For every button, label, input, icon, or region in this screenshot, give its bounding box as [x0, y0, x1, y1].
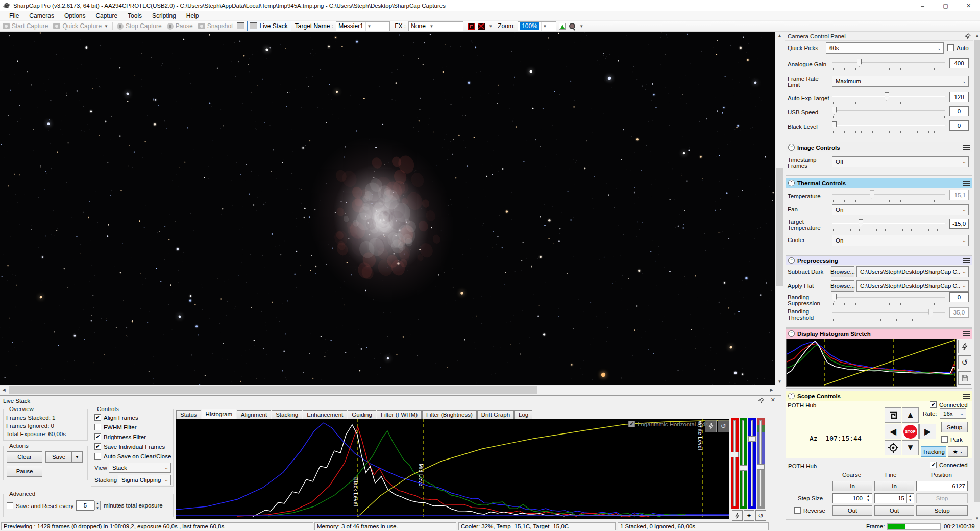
folder-monitor-button[interactable] — [235, 21, 247, 31]
auto-checkbox-row[interactable]: Auto — [947, 44, 969, 51]
slew-up-button[interactable]: ▲ — [902, 407, 919, 423]
save-individual-row[interactable]: Save Individual Frames — [94, 443, 165, 450]
scope-connected-row[interactable]: Connected — [930, 401, 968, 408]
tab-alignment[interactable]: Alignment — [237, 410, 271, 419]
main-image-viewport[interactable] — [0, 32, 775, 385]
analogue-gain-value[interactable]: 400 — [949, 58, 969, 68]
scroll-down-icon[interactable]: ▼ — [775, 378, 784, 385]
pin-icon[interactable] — [758, 398, 764, 403]
green-level-slider[interactable] — [740, 418, 747, 509]
dark-path-combo[interactable]: C:\Users\Steph\Desktop\SharpCap C...⌄ — [856, 266, 969, 277]
tracking-rate-star-button[interactable]: ★⌄ — [948, 446, 968, 457]
fwhm-filter-checkbox[interactable] — [94, 424, 101, 430]
histogram-icon[interactable] — [559, 23, 566, 30]
maximize-button[interactable]: ▢ — [934, 0, 957, 11]
spiral-search-button[interactable] — [885, 407, 901, 423]
stacking-combo[interactable]: Sigma Clipping⌄ — [118, 475, 171, 485]
frame-rate-combo[interactable]: Maximum⌄ — [832, 76, 969, 87]
green-level-thumb[interactable] — [740, 465, 747, 471]
target-center-button[interactable] — [885, 440, 901, 455]
tab-log[interactable]: Log — [514, 410, 532, 419]
auto-exp-value[interactable]: 120 — [949, 92, 969, 102]
tab-enhancement[interactable]: Enhancement — [303, 410, 347, 419]
log-axis-row[interactable]: Logarithmic Horizontal Axis — [628, 421, 708, 427]
black-level-value[interactable]: 0 — [949, 120, 969, 131]
stack-histogram[interactable]: Black Level Mid Level White Level Logari… — [176, 419, 729, 519]
preprocessing-header[interactable]: ⌃ Preprocessing — [786, 256, 972, 266]
red-level-thumb[interactable] — [731, 452, 739, 457]
image-vertical-scrollbar[interactable]: ▲ ▼ — [775, 32, 784, 385]
clear-overlay-icon[interactable] — [478, 23, 485, 30]
pin-icon[interactable] — [965, 33, 971, 39]
browse-flat-button[interactable]: Browse... — [831, 280, 854, 292]
section-menu-icon[interactable] — [963, 181, 970, 186]
coarse-step-updown[interactable]: ▲▼ — [865, 494, 871, 503]
slider-thumb[interactable] — [832, 294, 837, 302]
clear-button[interactable]: Clear — [7, 451, 42, 463]
pause-button[interactable]: Pause — [164, 21, 195, 31]
focuser-stop-button[interactable]: Stop — [916, 493, 968, 503]
slew-right-button[interactable]: ▶ — [919, 424, 936, 439]
slew-stop-button[interactable]: STOP — [902, 424, 919, 439]
histogram-auto-stretch-button[interactable] — [705, 420, 717, 432]
focuser-connected-checkbox[interactable] — [930, 462, 937, 468]
histogram-reset-button[interactable]: ↺ — [718, 420, 729, 432]
flat-path-combo[interactable]: C:\Users\Steph\Desktop\SharpCap C...⌄ — [856, 280, 969, 292]
image-horizontal-scrollbar[interactable]: ◀ ▶ — [0, 385, 785, 394]
view-combo[interactable]: Stack⌄ — [109, 463, 171, 473]
quick-capture-button[interactable]: Quick Capture▼ — [51, 21, 111, 31]
park-checkbox[interactable] — [941, 436, 948, 443]
minutes-spinner[interactable]: 5 — [76, 500, 94, 511]
tab-guiding[interactable]: Guiding — [348, 410, 376, 419]
black-level-slider[interactable] — [832, 120, 945, 131]
slew-left-button[interactable]: ◀ — [885, 424, 901, 439]
display-histogram-stretch-header[interactable]: ⌃ Display Histogram Stretch — [786, 329, 972, 339]
target-name-combo[interactable]: Messier1▼ — [336, 21, 390, 31]
collapse-icon[interactable]: ⌃ — [788, 330, 795, 337]
close-button[interactable]: ✕ — [957, 0, 980, 11]
section-menu-icon[interactable] — [963, 331, 970, 336]
fine-out-button[interactable]: Out — [874, 505, 914, 516]
fine-in-button[interactable]: In — [874, 481, 914, 491]
position-field[interactable]: 6127 — [916, 481, 968, 491]
thermal-controls-header[interactable]: ⌃ Thermal Controls — [786, 178, 972, 188]
reset-stretch-button[interactable]: ↺ — [958, 355, 971, 369]
scroll-up-icon[interactable]: ▲ — [775, 32, 784, 39]
timestamp-combo[interactable]: Off⌄ — [832, 156, 969, 167]
scroll-left-icon[interactable]: ◀ — [0, 385, 8, 394]
vertical-scroll-thumb[interactable] — [776, 168, 783, 286]
combined-level-slider[interactable] — [757, 418, 765, 509]
menu-options[interactable]: Options — [59, 11, 90, 20]
red-level-slider[interactable] — [731, 418, 739, 509]
save-stretch-button[interactable] — [958, 371, 971, 385]
save-button[interactable]: Save — [45, 451, 72, 463]
analogue-gain-slider[interactable] — [832, 58, 945, 68]
minutes-updown[interactable]: ▲▼ — [94, 501, 101, 510]
target-temp-slider[interactable] — [832, 219, 945, 229]
align-frames-checkbox[interactable] — [94, 414, 101, 421]
slider-thumb[interactable] — [859, 219, 863, 227]
collapse-icon[interactable]: ⌃ — [788, 393, 795, 399]
close-panel-icon[interactable]: ✕ — [771, 397, 775, 403]
scroll-up-icon[interactable]: ▲ — [973, 32, 980, 39]
banding-suppression-slider[interactable] — [832, 293, 945, 303]
slider-thumb[interactable] — [832, 107, 837, 115]
align-frames-row[interactable]: Align Frames — [94, 414, 138, 421]
coarse-in-button[interactable]: In — [832, 481, 872, 491]
rate-combo[interactable]: 16x⌄ — [940, 408, 966, 419]
levels-star-button[interactable]: ✦ — [744, 510, 754, 521]
zoom-combo[interactable]: 100%▼ — [518, 21, 556, 31]
scroll-right-icon[interactable]: ▶ — [768, 385, 775, 394]
blue-level-thumb[interactable] — [748, 436, 756, 442]
tab-status[interactable]: Status — [176, 410, 201, 419]
scope-connected-checkbox[interactable] — [930, 401, 937, 408]
fan-combo[interactable]: On⌄ — [832, 204, 969, 215]
slider-thumb[interactable] — [832, 121, 837, 129]
brightness-filter-row[interactable]: Brightness Filter — [94, 433, 146, 440]
log-axis-checkbox[interactable] — [628, 421, 635, 427]
auto-stretch-button[interactable] — [958, 340, 971, 353]
magnifier-icon[interactable] — [569, 23, 575, 29]
slider-thumb[interactable] — [885, 92, 889, 101]
reverse-checkbox[interactable] — [794, 507, 801, 514]
auto-exp-slider[interactable] — [832, 92, 945, 102]
